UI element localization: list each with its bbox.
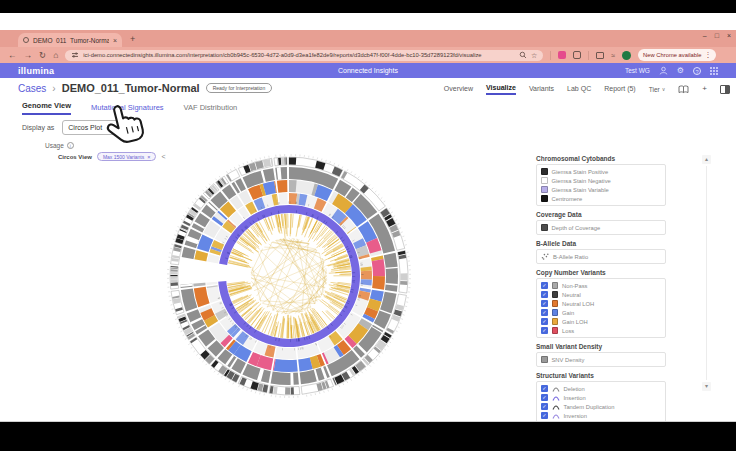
status-badge: Ready for Interpretation (206, 83, 273, 93)
info-icon[interactable]: i (67, 142, 74, 149)
forward-icon[interactable]: → (24, 51, 33, 60)
visualize-view-tabs: Genome ViewMutational SignaturesVAF Dist… (22, 101, 237, 115)
extensions-puzzle-icon[interactable] (573, 51, 581, 59)
tab-visualize[interactable]: Visualize (486, 84, 516, 95)
legend-item-label: Inversion (564, 413, 588, 419)
checkbox-inversion[interactable]: ✓ (541, 412, 548, 419)
legend-item-snv-density: SNV Density (541, 355, 661, 364)
letterbox-top (0, 0, 736, 13)
legend-scrollbar-track[interactable] (706, 166, 707, 380)
window-close-button[interactable]: × (727, 32, 731, 39)
scroll-down-icon[interactable]: ▾ (702, 382, 711, 391)
legend-section-small-variant-density: SNV Density (536, 352, 666, 367)
circos-plot[interactable] (166, 153, 412, 399)
checkbox-tandem-duplication[interactable]: ✓ (541, 403, 548, 410)
display-as-select[interactable]: Circos Plot ∨ (62, 120, 142, 135)
new-tab-button[interactable]: + (130, 34, 135, 44)
window-minimize-button[interactable]: – (703, 32, 707, 39)
knowledge-book-icon[interactable] (678, 85, 689, 94)
side-panel-toggle-icon[interactable] (720, 85, 730, 94)
breadcrumb-cases-link[interactable]: Cases (18, 83, 46, 94)
browser-tab[interactable]: DEMO_011_Tumor-Normal × (18, 33, 122, 47)
tab-lab-qc[interactable]: Lab QC (567, 85, 591, 94)
color-swatch-icon (552, 327, 559, 334)
browser-menu-kebab-icon[interactable]: ⋮ (704, 51, 711, 59)
checkbox-loss[interactable]: ✓ (541, 327, 548, 334)
extension-pink-icon[interactable] (558, 51, 566, 59)
legend-panel: Chromosomal CytobandsGiemsa Stain Positi… (536, 155, 666, 432)
color-swatch-icon (552, 309, 559, 316)
legend-item-loss: ✓Loss (541, 326, 661, 335)
circos-view-label: Circos View (58, 154, 92, 160)
back-icon[interactable]: ← (8, 51, 17, 60)
legend-item-label: Tandem Duplication (564, 404, 615, 410)
tab-variants[interactable]: Variants (529, 85, 554, 94)
display-as-label: Display as (22, 124, 54, 131)
case-title: DEMO_011_Tumor-Normal (62, 82, 200, 94)
scatter-icon (541, 253, 549, 260)
legend-item-tandem-duplication: ✓Tandem Duplication (541, 402, 661, 411)
scroll-up-icon[interactable]: ▴ (702, 155, 711, 164)
legend-item-label: Giemsa Stain Positive (552, 169, 609, 175)
legend-section-title-coverage-data: Coverage Data (536, 211, 666, 218)
collapse-panel-icon[interactable]: < (161, 153, 165, 160)
add-icon[interactable]: + (702, 85, 707, 93)
chip-remove-icon[interactable]: × (147, 154, 150, 160)
tab-close-icon[interactable]: × (113, 37, 117, 44)
tab-report-5[interactable]: Report (5) (604, 85, 636, 94)
chrome-update-button[interactable]: New Chrome available ⋮ (638, 49, 716, 61)
legend-item-depth-of-coverage: Depth of Coverage (541, 223, 661, 232)
legend-section-title-small-variant-density: Small Variant Density (536, 343, 666, 350)
legend-item-giemsa-stain-positive: Giemsa Stain Positive (541, 167, 661, 176)
letterbox-bottom (0, 421, 736, 451)
bookmark-star-icon[interactable]: ☆ (531, 52, 537, 59)
checkbox-gain[interactable]: ✓ (541, 309, 548, 316)
breadcrumb-chevron-icon: › (52, 83, 55, 94)
breadcrumb: Cases › DEMO_011_Tumor-Normal Ready for … (18, 82, 272, 94)
color-swatch-icon (541, 195, 548, 202)
settings-gear-icon[interactable]: ⚙ (677, 67, 684, 75)
legend-section-title-copy-number-variants: Copy Number Variants (536, 269, 666, 276)
view-tab-mutational-signatures[interactable]: Mutational Signatures (91, 103, 164, 115)
app-switcher-grid-icon[interactable] (710, 67, 718, 75)
user-icon[interactable] (659, 66, 668, 75)
help-icon[interactable]: ? (693, 67, 701, 75)
legend-item-non-pass: ✓Non-Pass (541, 281, 661, 290)
checkbox-non-pass[interactable]: ✓ (541, 282, 548, 289)
view-tab-vaf-distribution[interactable]: VAF Distribution (184, 103, 238, 115)
color-swatch-icon (552, 282, 559, 289)
app-header: illumina Connected Insights Test WG ⚙ ? (0, 63, 736, 78)
site-settings-icon[interactable] (71, 51, 79, 59)
checkbox-insertion[interactable]: ✓ (541, 394, 548, 401)
profile-avatar[interactable] (622, 51, 631, 60)
usage-row: Usage i (45, 142, 74, 149)
tab-search-icon[interactable] (596, 52, 604, 59)
legend-item-label: Giemsa Stain Variable (552, 187, 609, 193)
color-swatch-icon (552, 318, 559, 325)
reload-icon[interactable]: ↻ (39, 51, 46, 60)
legend-item-label: SNV Density (552, 357, 585, 363)
window-maximize-button[interactable]: □ (715, 32, 719, 39)
checkbox-neutral-loh[interactable]: ✓ (541, 300, 548, 307)
toolbar-divider (588, 51, 589, 60)
url-bar[interactable]: ici-demo.connectedinsights.illumina.com/… (65, 50, 543, 61)
home-icon[interactable]: ⌂ (53, 51, 58, 60)
variant-limit-chip[interactable]: Max 1500 Variants × (97, 152, 157, 161)
tier-dropdown[interactable]: Tier ∨ (649, 86, 666, 93)
search-icon[interactable] (519, 51, 527, 59)
legend-item-label: Gain LOH (562, 319, 588, 325)
checkbox-neutral[interactable]: ✓ (541, 291, 548, 298)
checkbox-deletion[interactable]: ✓ (541, 385, 548, 392)
extension-wave-icon[interactable]: ≈ (611, 52, 615, 59)
app-header-actions: Test WG ⚙ ? (625, 66, 718, 75)
circos-plot-svg (166, 153, 412, 399)
checkbox-gain-loh[interactable]: ✓ (541, 318, 548, 325)
legend-section-copy-number-variants: ✓Non-Pass✓Neutral✓Neutral LOH✓Gain✓Gain … (536, 278, 666, 338)
legend-section-coverage-data: Depth of Coverage (536, 220, 666, 235)
legend-item-label: Centromere (552, 196, 583, 202)
legend-item-inversion: ✓Inversion (541, 411, 661, 420)
legend-item-label: Insertion (564, 395, 586, 401)
tab-overview[interactable]: Overview (444, 85, 473, 94)
legend-item-label: Giemsa Stain Negative (552, 178, 611, 184)
view-tab-genome-view[interactable]: Genome View (22, 101, 71, 115)
